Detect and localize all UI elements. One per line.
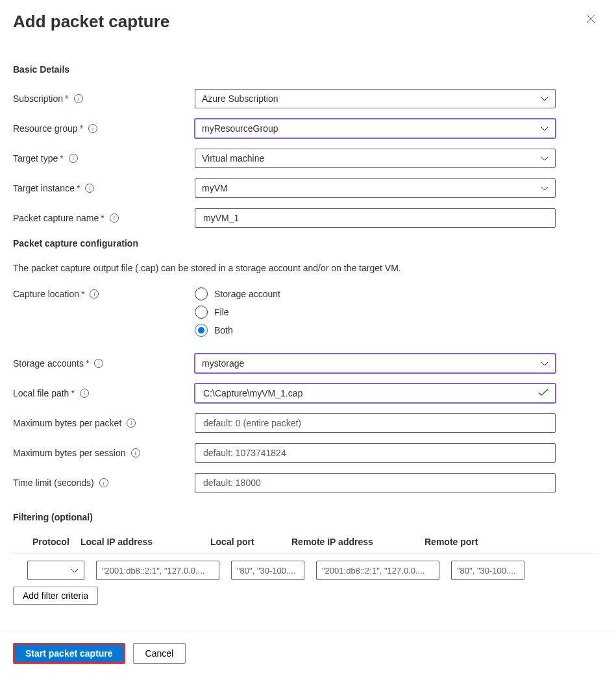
radio-file[interactable]: File — [195, 306, 556, 319]
chevron-down-icon — [71, 566, 79, 576]
target-instance-value: myVM — [202, 183, 228, 193]
filter-local-port-input[interactable]: "80", "30-100.... — [231, 561, 304, 580]
info-icon[interactable]: i — [85, 184, 94, 193]
radio-both-label: Both — [214, 325, 233, 335]
max-bytes-packet-input[interactable] — [202, 417, 548, 429]
close-icon[interactable] — [584, 12, 598, 28]
radio-storage-label: Storage account — [214, 289, 280, 299]
required-marker: * — [65, 93, 68, 104]
storage-accounts-dropdown[interactable]: mystorage — [195, 354, 556, 373]
panel-title: Add packet capture — [13, 12, 169, 32]
resource-group-value: myResourceGroup — [202, 123, 278, 134]
required-marker: * — [77, 183, 80, 193]
filter-col-local-port: Local port — [208, 537, 289, 547]
info-icon[interactable]: i — [94, 359, 103, 368]
chevron-down-icon — [541, 153, 548, 164]
target-instance-label: Target instance — [13, 183, 75, 193]
capture-name-label: Packet capture name — [13, 213, 99, 223]
info-icon[interactable]: i — [110, 213, 119, 223]
max-bytes-packet-label: Maximum bytes per packet — [13, 418, 121, 428]
chevron-down-icon — [541, 123, 548, 134]
filter-col-protocol: Protocol — [13, 537, 78, 547]
add-filter-button[interactable]: Add filter criteria — [13, 587, 98, 605]
chevron-down-icon — [541, 183, 548, 193]
section-config-note: The packet capture output file (.cap) ca… — [13, 263, 598, 273]
capture-name-input[interactable] — [202, 212, 548, 224]
info-icon[interactable]: i — [99, 478, 108, 487]
local-file-path-wrapper — [195, 383, 556, 403]
checkmark-icon — [538, 388, 548, 398]
resource-group-label: Resource group — [13, 123, 78, 134]
info-icon[interactable]: i — [80, 389, 89, 398]
section-config-title: Packet capture configuration — [13, 238, 598, 249]
chevron-down-icon — [541, 93, 548, 104]
local-file-path-label: Local file path — [13, 388, 69, 398]
time-limit-label: Time limit (seconds) — [13, 478, 94, 488]
local-file-path-input[interactable] — [202, 387, 534, 399]
subscription-value: Azure Subscription — [202, 93, 278, 104]
radio-both[interactable]: Both — [195, 324, 556, 337]
target-type-dropdown[interactable]: Virtual machine — [195, 149, 556, 168]
start-capture-button[interactable]: Start packet capture — [13, 643, 125, 664]
filter-remote-port-input[interactable]: "80", "30-100.... — [451, 561, 524, 580]
chevron-down-icon — [541, 358, 548, 369]
max-bytes-session-wrapper — [195, 443, 556, 463]
max-bytes-packet-wrapper — [195, 413, 556, 433]
filter-local-ip-input[interactable]: "2001:db8::2:1", "127.0.0.... — [96, 561, 219, 580]
filter-protocol-dropdown[interactable] — [27, 561, 84, 580]
info-icon[interactable]: i — [127, 419, 136, 428]
capture-location-label: Capture location — [13, 289, 79, 299]
subscription-dropdown[interactable]: Azure Subscription — [195, 89, 556, 108]
time-limit-input[interactable] — [202, 477, 548, 489]
info-icon[interactable]: i — [74, 94, 83, 103]
info-icon[interactable]: i — [88, 124, 97, 133]
capture-name-input-wrapper — [195, 208, 556, 228]
storage-accounts-label: Storage accounts — [13, 358, 84, 369]
required-marker: * — [60, 153, 63, 164]
target-instance-dropdown[interactable]: myVM — [195, 178, 556, 198]
filter-col-remote-ip: Remote IP address — [289, 537, 422, 547]
time-limit-wrapper — [195, 473, 556, 492]
required-marker: * — [80, 123, 83, 134]
required-marker: * — [101, 213, 104, 223]
info-icon[interactable]: i — [131, 448, 140, 457]
info-icon[interactable]: i — [69, 154, 78, 163]
filter-col-local-ip: Local IP address — [78, 537, 208, 547]
section-filtering-title: Filtering (optional) — [13, 512, 598, 522]
max-bytes-session-label: Maximum bytes per session — [13, 448, 126, 458]
cancel-button[interactable]: Cancel — [133, 643, 186, 664]
filter-col-remote-port: Remote port — [422, 537, 500, 547]
required-marker: * — [71, 388, 74, 398]
target-type-label: Target type — [13, 153, 58, 164]
required-marker: * — [81, 289, 84, 299]
filter-remote-ip-input[interactable]: "2001:db8::2:1", "127.0.0.... — [316, 561, 439, 580]
storage-accounts-value: mystorage — [202, 358, 244, 369]
target-type-value: Virtual machine — [202, 153, 264, 164]
info-icon[interactable]: i — [90, 289, 99, 298]
max-bytes-session-input[interactable] — [202, 447, 548, 459]
section-basic-title: Basic Details — [13, 64, 598, 75]
radio-storage-account[interactable]: Storage account — [195, 287, 556, 300]
subscription-label: Subscription — [13, 93, 63, 104]
required-marker: * — [86, 358, 89, 369]
capture-location-radio-group: Storage account File Both — [195, 287, 556, 337]
resource-group-dropdown[interactable]: myResourceGroup — [195, 119, 556, 138]
radio-file-label: File — [214, 307, 229, 317]
